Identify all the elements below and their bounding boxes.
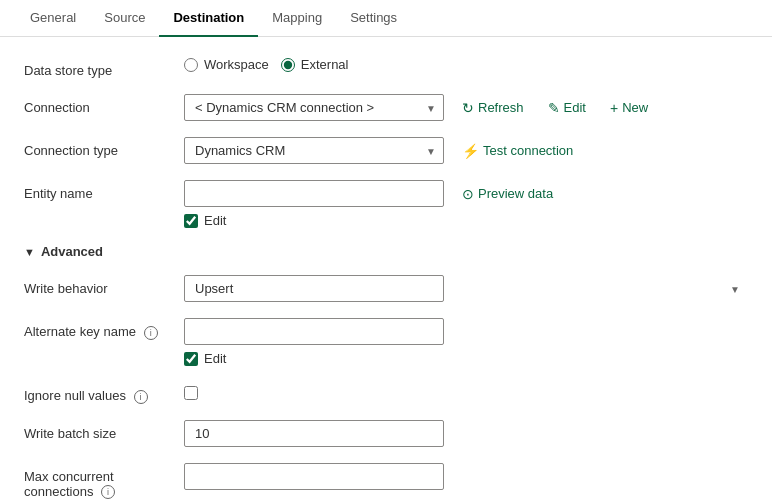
test-connection-label: Test connection (483, 143, 573, 158)
connection-type-label: Connection type (24, 137, 184, 158)
external-radio[interactable] (281, 58, 295, 72)
ignore-null-checkbox[interactable] (184, 386, 198, 400)
write-behavior-arrow: ▼ (730, 283, 740, 294)
tab-settings[interactable]: Settings (336, 0, 411, 37)
alternate-key-edit-wrapper: Edit (184, 351, 748, 366)
max-connections-row: Max concurrent connections i (24, 463, 748, 500)
alternate-key-input[interactable] (184, 318, 444, 345)
advanced-chevron-icon: ▼ (24, 246, 35, 258)
connection-type-row-content: Dynamics CRM ▼ ⚡ Test connection (184, 137, 748, 164)
refresh-label: Refresh (478, 100, 524, 115)
external-radio-option[interactable]: External (281, 57, 349, 72)
advanced-toggle-label: Advanced (41, 244, 103, 259)
connection-control: < Dynamics CRM connection > ▼ ↻ Refresh … (184, 94, 748, 121)
entity-name-input[interactable] (184, 180, 444, 207)
refresh-icon: ↻ (462, 100, 474, 116)
workspace-radio-label: Workspace (204, 57, 269, 72)
connection-select[interactable]: < Dynamics CRM connection > (184, 94, 444, 121)
alternate-key-info-icon[interactable]: i (144, 326, 158, 340)
ignore-null-control (184, 382, 748, 400)
data-store-type-label: Data store type (24, 57, 184, 78)
alternate-key-label: Alternate key name i (24, 318, 184, 340)
alternate-key-edit-checkbox[interactable] (184, 352, 198, 366)
preview-data-button[interactable]: ⊙ Preview data (456, 182, 559, 206)
entity-name-label: Entity name (24, 180, 184, 201)
ignore-null-label: Ignore null values i (24, 382, 184, 404)
ignore-null-info-icon[interactable]: i (134, 390, 148, 404)
alternate-key-edit-label: Edit (204, 351, 226, 366)
tab-mapping[interactable]: Mapping (258, 0, 336, 37)
max-connections-control (184, 463, 748, 490)
entity-name-row-content: ⊙ Preview data (184, 180, 748, 207)
tab-destination[interactable]: Destination (159, 0, 258, 37)
connection-type-row: Connection type Dynamics CRM ▼ ⚡ Test co… (24, 137, 748, 164)
connection-type-control: Dynamics CRM ▼ ⚡ Test connection (184, 137, 748, 164)
new-connection-button[interactable]: + New (604, 96, 654, 120)
workspace-radio[interactable] (184, 58, 198, 72)
connection-row: Connection < Dynamics CRM connection > ▼… (24, 94, 748, 121)
connection-row-content: < Dynamics CRM connection > ▼ ↻ Refresh … (184, 94, 748, 121)
connection-type-select[interactable]: Dynamics CRM (184, 137, 444, 164)
plus-icon: + (610, 100, 618, 116)
max-connections-input[interactable] (184, 463, 444, 490)
entity-name-row: Entity name ⊙ Preview data Edit (24, 180, 748, 228)
external-radio-label: External (301, 57, 349, 72)
alternate-key-control: Edit (184, 318, 748, 366)
new-label: New (622, 100, 648, 115)
test-connection-button[interactable]: ⚡ Test connection (456, 139, 579, 163)
entity-edit-label: Edit (204, 213, 226, 228)
entity-name-control: ⊙ Preview data Edit (184, 180, 748, 228)
test-icon: ⚡ (462, 143, 479, 159)
connection-label: Connection (24, 94, 184, 115)
write-behavior-row: Write behavior Upsert Insert Update ▼ (24, 275, 748, 302)
data-store-type-control: Workspace External (184, 57, 748, 72)
workspace-radio-option[interactable]: Workspace (184, 57, 269, 72)
write-behavior-select-wrapper: Upsert Insert Update ▼ (184, 275, 748, 302)
write-behavior-label: Write behavior (24, 275, 184, 296)
connection-type-select-wrapper: Dynamics CRM ▼ (184, 137, 444, 164)
write-batch-label: Write batch size (24, 420, 184, 441)
edit-label: Edit (564, 100, 586, 115)
write-behavior-control: Upsert Insert Update ▼ (184, 275, 748, 302)
write-batch-row: Write batch size (24, 420, 748, 447)
entity-edit-checkbox[interactable] (184, 214, 198, 228)
edit-connection-button[interactable]: ✎ Edit (542, 96, 592, 120)
connection-select-wrapper: < Dynamics CRM connection > ▼ (184, 94, 444, 121)
max-connections-label: Max concurrent connections i (24, 463, 184, 500)
entity-edit-checkbox-wrapper: Edit (184, 213, 748, 228)
write-batch-control (184, 420, 748, 447)
edit-icon: ✎ (548, 100, 560, 116)
main-content: Data store type Workspace External Conne… (0, 37, 772, 502)
advanced-toggle-button[interactable]: ▼ Advanced (24, 244, 103, 259)
tab-source[interactable]: Source (90, 0, 159, 37)
max-connections-info-icon[interactable]: i (101, 485, 115, 499)
radio-group: Workspace External (184, 57, 748, 72)
data-store-type-row: Data store type Workspace External (24, 57, 748, 78)
tab-general[interactable]: General (16, 0, 90, 37)
write-batch-input[interactable] (184, 420, 444, 447)
preview-icon: ⊙ (462, 186, 474, 202)
alternate-key-row: Alternate key name i Edit (24, 318, 748, 366)
ignore-null-row: Ignore null values i (24, 382, 748, 404)
refresh-button[interactable]: ↻ Refresh (456, 96, 530, 120)
write-behavior-select[interactable]: Upsert Insert Update (184, 275, 444, 302)
tab-bar: General Source Destination Mapping Setti… (0, 0, 772, 37)
preview-data-label: Preview data (478, 186, 553, 201)
